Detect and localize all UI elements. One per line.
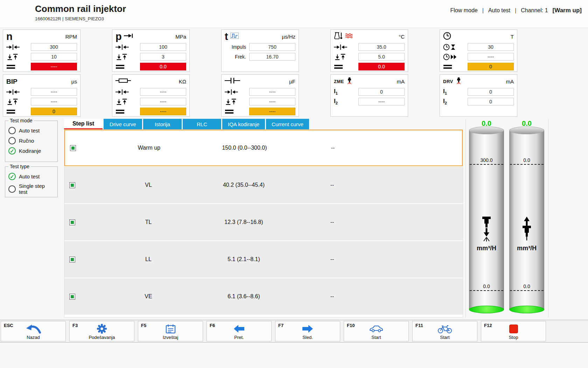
fkey-label: Podešavanja bbox=[89, 335, 115, 340]
tolerance-icon bbox=[334, 54, 357, 60]
divider: | bbox=[482, 7, 484, 14]
stop-icon bbox=[509, 323, 518, 334]
test-mode-option-kodiranje[interactable]: ✓ Kodiranje bbox=[8, 147, 54, 155]
step-row-warm-up[interactable]: Warm up 150.0 (0.0--300.0) -- bbox=[64, 130, 463, 166]
capacitance-tolerance-value[interactable]: ---- bbox=[249, 98, 295, 105]
fkey-f6-pret[interactable]: F6 Pret. bbox=[206, 321, 272, 341]
fkey-f3-podesavanja[interactable]: F3 Podešavanja bbox=[69, 321, 134, 341]
flow-mode-label: Flow mode bbox=[450, 7, 477, 14]
impuls-label: Impuls bbox=[232, 44, 249, 50]
bip-setpoint-value[interactable]: ---- bbox=[31, 88, 77, 96]
fkey-f5-izvestaj[interactable]: F5 Izveštaj bbox=[138, 321, 203, 341]
setpoint-icon bbox=[334, 44, 357, 50]
step-checkbox[interactable] bbox=[69, 219, 75, 225]
resistor-icon bbox=[115, 78, 131, 84]
tab-drive-curve[interactable]: Drive curve bbox=[104, 119, 142, 129]
test-type-option-auto-test[interactable]: ✓ Auto test bbox=[8, 173, 54, 180]
car-icon bbox=[369, 323, 384, 334]
test-type-option-single-step[interactable]: Single step test bbox=[8, 183, 54, 195]
divider: | bbox=[515, 7, 516, 14]
step-checkbox[interactable] bbox=[69, 257, 75, 263]
gauge-1-lower-level: 0.0 bbox=[470, 290, 503, 291]
radio-checked-icon[interactable]: ✓ bbox=[8, 147, 16, 155]
tab-current-curve[interactable]: Current curve bbox=[266, 119, 309, 129]
rpm-actual-value: ---- bbox=[31, 63, 77, 70]
fkey-esc-nazad[interactable]: ESC Nazad bbox=[1, 321, 66, 341]
tab-step-list[interactable]: Step list bbox=[64, 119, 103, 129]
setpoint-icon bbox=[115, 44, 139, 50]
tab-istorija[interactable]: Istorija bbox=[143, 119, 182, 129]
level-label: 0.0 bbox=[510, 284, 544, 289]
fkey-label: Start bbox=[440, 335, 449, 340]
actual-icon bbox=[115, 109, 139, 114]
heater-icon bbox=[345, 33, 353, 40]
radio-icon[interactable] bbox=[8, 127, 16, 134]
pressure-setpoint-value[interactable]: 100 bbox=[140, 43, 186, 51]
step-range: 5.1 (2.1--8.1) bbox=[201, 256, 287, 263]
step-range: 40.2 (35.0--45.4) bbox=[201, 182, 287, 188]
pressure-tolerance-value[interactable]: 3 bbox=[140, 53, 186, 61]
radio-icon[interactable] bbox=[8, 137, 16, 144]
time-unit: T bbox=[511, 34, 514, 40]
checkbox-checked-mark bbox=[71, 295, 74, 298]
gauge-1-upper-level: 300.0 bbox=[470, 164, 503, 165]
resistance-tolerance-value[interactable]: ---- bbox=[140, 98, 186, 105]
tab-rlc[interactable]: RLC bbox=[183, 119, 221, 129]
step-checkbox[interactable] bbox=[69, 182, 75, 188]
fkey-code: F5 bbox=[141, 323, 146, 328]
injector-serial-type: 166006212R | SIEMENS_PIEZO3 bbox=[35, 16, 104, 21]
temperature-tolerance-value[interactable]: 5.0 bbox=[358, 53, 405, 61]
test-mode-option-rucno[interactable]: Ručno bbox=[8, 137, 54, 144]
level-label: 0.0 bbox=[510, 157, 544, 163]
panel-bip: BIP µs ---- ---- 0 bbox=[3, 74, 80, 117]
fkey-f10-start-car[interactable]: F10 Start bbox=[344, 321, 409, 341]
bip-tolerance-value[interactable]: ---- bbox=[31, 98, 77, 105]
step-row-ve[interactable]: VE 6.1 (3.6--8.6) -- bbox=[64, 278, 463, 315]
function-key-bar: ESC Nazad F3 Podešavanja F5 Izveštaj F6 … bbox=[0, 320, 588, 343]
gauge-divider bbox=[465, 119, 466, 318]
time-setpoint-value[interactable]: 30 bbox=[468, 43, 514, 51]
gauge-1-cylinder: 300.0 0.0 mm³/H bbox=[469, 130, 504, 310]
step-result: -- bbox=[287, 145, 378, 151]
tolerance-icon bbox=[225, 98, 248, 105]
header: Common rail injektor 166006212R | SIEMEN… bbox=[0, 0, 588, 28]
step-checkbox[interactable] bbox=[69, 294, 75, 300]
step-checkbox[interactable] bbox=[70, 145, 76, 151]
clock-icon bbox=[443, 32, 451, 41]
pressure-actual-value: 0.0 bbox=[140, 63, 186, 70]
step-range: 12.3 (7.8--16.8) bbox=[201, 219, 287, 225]
radio-icon[interactable] bbox=[8, 185, 16, 193]
rpm-unit: RPM bbox=[65, 34, 77, 40]
impuls-value[interactable]: 750 bbox=[249, 43, 295, 51]
step-row-vl[interactable]: VL 40.2 (35.0--45.4) -- bbox=[64, 167, 463, 203]
fkey-f11-start-bike[interactable]: F11 Start bbox=[412, 321, 477, 341]
step-row-tl[interactable]: TL 12.3 (7.8--16.8) -- bbox=[64, 204, 463, 240]
fkey-code: F11 bbox=[415, 323, 423, 328]
capacitance-setpoint-value[interactable]: ---- bbox=[249, 88, 295, 96]
test-mode-option-auto-test[interactable]: Auto test bbox=[8, 127, 54, 134]
gauge-2-cylinder: 0.0 0.0 mm³/H bbox=[509, 130, 544, 310]
temperature-setpoint-value[interactable]: 35.0 bbox=[358, 43, 405, 51]
step-list-table: Warm up 150.0 (0.0--300.0) -- VL 40.2 (3… bbox=[64, 129, 463, 318]
option-label: Auto test bbox=[19, 173, 40, 179]
drv-symbol: DRV bbox=[443, 79, 453, 84]
fkey-f7-sled[interactable]: F7 Sled. bbox=[275, 321, 340, 341]
fkey-f12-stop[interactable]: F12 Stop bbox=[481, 321, 546, 341]
rpm-tolerance-value[interactable]: 10 bbox=[31, 53, 77, 61]
actual-icon bbox=[443, 64, 466, 69]
frek-value[interactable]: 16.70 bbox=[249, 53, 295, 61]
bip-symbol: BIP bbox=[6, 78, 18, 85]
zme-current-1-value: 0 bbox=[358, 88, 405, 96]
radio-checked-icon[interactable]: ✓ bbox=[8, 173, 16, 180]
test-mode-title: Test mode bbox=[8, 118, 34, 123]
tab-iqa-kodiranje[interactable]: IQA kodiranje bbox=[222, 119, 265, 129]
panel-drv: DRV mA I1 0 I2 0 bbox=[440, 74, 517, 117]
actual-icon bbox=[225, 109, 248, 114]
step-row-ll[interactable]: LL 5.1 (2.1--8.1) -- bbox=[64, 241, 463, 278]
setpoint-icon bbox=[6, 44, 29, 50]
bicycle-icon bbox=[438, 323, 452, 334]
rpm-setpoint-value[interactable]: 300 bbox=[31, 43, 77, 51]
resistance-setpoint-value[interactable]: ---- bbox=[140, 88, 186, 96]
fkey-label: Start bbox=[371, 335, 381, 340]
injector-icon bbox=[346, 77, 353, 86]
